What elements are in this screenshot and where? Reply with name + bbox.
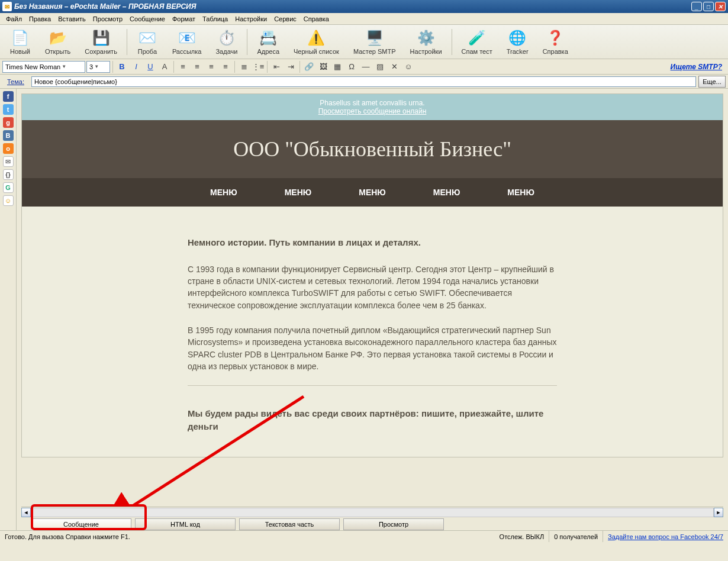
tab-Просмотр[interactable]: Просмотр <box>343 518 444 530</box>
bold-button[interactable]: B <box>115 60 128 73</box>
email-preview[interactable]: Phasellus sit amet convallis urna. Просм… <box>21 94 723 457</box>
email-banner: Phasellus sit amet convallis urna. Просм… <box>22 94 723 120</box>
canvas: Phasellus sit amet convallis urna. Просм… <box>17 89 728 530</box>
font-size-select[interactable]: 3▼ <box>86 61 110 73</box>
view-online-link[interactable]: Просмотреть сообщение онлайн <box>318 107 427 115</box>
subject-input[interactable] <box>31 76 696 87</box>
smtp-wizard-button-icon: 🖥️ <box>365 28 384 47</box>
settings-button[interactable]: ⚙️Настройки <box>403 27 449 56</box>
clear-format-button[interactable]: ✕ <box>388 60 401 73</box>
minimize-button[interactable]: _ <box>691 2 702 11</box>
facebook-icon[interactable]: f <box>3 91 14 102</box>
font-name-select[interactable]: Times New Roman▼ <box>2 61 85 73</box>
settings-button-icon: ⚙️ <box>417 28 436 47</box>
menu-Справка[interactable]: Справка <box>300 14 333 24</box>
toolbar-separator <box>247 29 247 55</box>
align-justify-button[interactable]: ≡ <box>219 60 232 73</box>
blacklist-button-icon: ⚠️ <box>307 28 326 47</box>
cta-heading: Мы будем рады видеть вас среди своих пар… <box>188 407 557 433</box>
font-color-button[interactable]: A <box>158 60 171 73</box>
menu-Сообщение[interactable]: Сообщение <box>126 14 169 24</box>
nav-item[interactable]: МЕНЮ <box>359 188 386 197</box>
save-button[interactable]: 💾Сохранить <box>78 27 124 56</box>
tab-Сообщение[interactable]: Сообщение <box>31 518 131 530</box>
mail-icon[interactable]: ✉ <box>3 156 14 167</box>
status-bar: Готово. Для вызова Справки нажмите F1. О… <box>0 530 728 542</box>
horizontal-scrollbar[interactable]: ◄ ► <box>21 507 723 517</box>
menu-Правка[interactable]: Правка <box>25 14 54 24</box>
scroll-left-button[interactable]: ◄ <box>21 508 31 517</box>
emoji-button[interactable]: ☺ <box>402 60 415 73</box>
send-button[interactable]: 📧Рассылка <box>165 27 209 56</box>
insert-link-button[interactable]: 🔗 <box>302 60 315 73</box>
work-area: ftgBo✉{}G☺ Phasellus sit amet convallis … <box>0 89 728 530</box>
align-center-button[interactable]: ≡ <box>191 60 204 73</box>
more-button[interactable]: Еще... <box>698 76 726 88</box>
open-button[interactable]: 📂Открыть <box>38 27 78 56</box>
outdent-button[interactable]: ⇤ <box>270 60 283 73</box>
menu-Файл[interactable]: Файл <box>2 14 25 24</box>
smtp-link[interactable]: Ищете SMTP? <box>671 63 722 71</box>
google-icon[interactable]: G <box>3 182 14 193</box>
side-panel: ftgBo✉{}G☺ <box>0 89 17 530</box>
insert-hr-button[interactable]: — <box>359 60 372 73</box>
addresses-button-icon: 📇 <box>259 28 278 47</box>
numbered-list-button[interactable]: ≣ <box>237 60 250 73</box>
help-button[interactable]: ❓Справка <box>536 27 575 56</box>
paragraph: С 1993 года в компании функционирует Сер… <box>188 263 557 311</box>
email-nav: МЕНЮМЕНЮМЕНЮМЕНЮМЕНЮ <box>22 178 723 207</box>
menu-Настройки[interactable]: Настройки <box>231 14 270 24</box>
menu-Просмотр[interactable]: Просмотр <box>89 14 126 24</box>
tracker-button[interactable]: 🌐Tracker <box>500 27 536 56</box>
background-button[interactable]: ▨ <box>373 60 386 73</box>
subject-label[interactable]: Тема: <box>2 78 29 85</box>
nav-item[interactable]: МЕНЮ <box>210 188 237 197</box>
scroll-track[interactable] <box>31 508 714 517</box>
align-left-button[interactable]: ≡ <box>176 60 189 73</box>
bulleted-list-button[interactable]: ⋮≡ <box>252 60 265 73</box>
smtp-wizard-button[interactable]: 🖥️Мастер SMTP <box>346 27 403 56</box>
status-ready: Готово. Для вызова Справки нажмите F1. <box>0 531 495 542</box>
insert-symbol-button[interactable]: Ω <box>345 60 358 73</box>
google-plus-icon[interactable]: g <box>3 117 14 128</box>
addresses-button[interactable]: 📇Адреса <box>250 27 286 56</box>
spam-test-button[interactable]: 🧪Спам тест <box>455 27 500 56</box>
odnoklassniki-icon[interactable]: o <box>3 143 14 154</box>
italic-button[interactable]: I <box>130 60 143 73</box>
nav-item[interactable]: МЕНЮ <box>507 188 534 197</box>
email-header: ООО "Обыкновенный Бизнес" <box>22 120 723 178</box>
nav-item[interactable]: МЕНЮ <box>433 188 460 197</box>
scroll-right-button[interactable]: ► <box>714 508 723 517</box>
nav-item[interactable]: МЕНЮ <box>285 188 312 197</box>
code-icon[interactable]: {} <box>3 169 14 180</box>
underline-button[interactable]: U <box>144 60 157 73</box>
menu-Таблица[interactable]: Таблица <box>199 14 231 24</box>
vk-icon[interactable]: B <box>3 130 14 141</box>
tasks-button-icon: ⏱️ <box>217 28 236 47</box>
app-icon: ✉ <box>2 2 12 11</box>
insert-image-button[interactable]: 🖼 <box>317 60 330 73</box>
help-button-icon: ❓ <box>546 28 565 47</box>
main-toolbar: 📄Новый📂Открыть💾Сохранить✉️Проба📧Рассылка… <box>0 25 728 59</box>
tasks-button[interactable]: ⏱️Задачи <box>208 27 244 56</box>
menu-Сервис[interactable]: Сервис <box>270 14 300 24</box>
tab-HTML код[interactable]: HTML код <box>135 518 236 530</box>
banner-text: Phasellus sit amet convallis urna. <box>27 99 718 107</box>
indent-button[interactable]: ⇥ <box>284 60 297 73</box>
emoji-icon[interactable]: ☺ <box>3 195 14 206</box>
new-button[interactable]: 📄Новый <box>2 27 38 56</box>
tab-Текстовая часть[interactable]: Текстовая часть <box>239 518 340 530</box>
send-button-icon: 📧 <box>178 28 197 47</box>
test-button[interactable]: ✉️Проба <box>130 27 165 56</box>
menu-Формат[interactable]: Формат <box>169 14 199 24</box>
menu-Вставить[interactable]: Вставить <box>54 14 89 24</box>
align-right-button[interactable]: ≡ <box>205 60 218 73</box>
tracker-button-icon: 🌐 <box>508 28 527 47</box>
close-button[interactable]: ✕ <box>715 2 726 11</box>
blacklist-button[interactable]: ⚠️Черный список <box>286 27 346 56</box>
facebook-support-link[interactable]: Задайте нам вопрос на Facebook 24/7 <box>603 533 728 540</box>
new-button-icon: 📄 <box>11 28 30 47</box>
maximize-button[interactable]: □ <box>703 2 714 11</box>
insert-table-button[interactable]: ▦ <box>331 60 344 73</box>
twitter-icon[interactable]: t <box>3 104 14 115</box>
